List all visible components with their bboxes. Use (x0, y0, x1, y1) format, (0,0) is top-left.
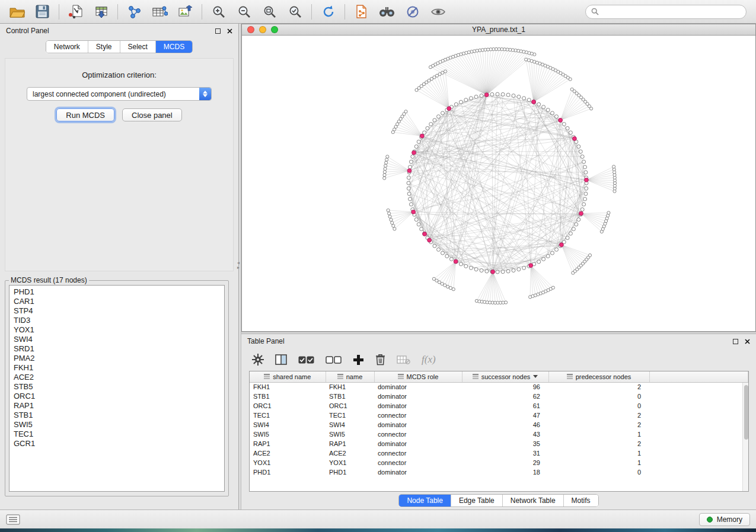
mcds-node-item[interactable]: SWI4 (9, 335, 224, 344)
mcds-result-list[interactable]: PHD1CAR1STP4TID3YOX1SWI4SRD1PMA2FKH1ACE2… (9, 285, 225, 492)
graph-dominator-node[interactable] (529, 264, 533, 268)
graph-node[interactable] (407, 187, 410, 190)
graph-leaf-node[interactable] (446, 285, 449, 288)
mcds-node-item[interactable]: CAR1 (9, 297, 224, 306)
graph-dominator-node[interactable] (484, 93, 489, 97)
graph-node[interactable] (407, 181, 410, 185)
graph-node[interactable] (522, 266, 526, 270)
graph-leaf-node[interactable] (383, 174, 386, 177)
graph-node[interactable] (542, 257, 546, 261)
graph-dominator-node[interactable] (585, 178, 589, 182)
export-image-button[interactable] (173, 2, 197, 21)
graph-node[interactable] (577, 145, 580, 148)
import-network-button[interactable] (63, 2, 88, 21)
graph-node[interactable] (454, 102, 458, 106)
graph-node[interactable] (496, 92, 499, 96)
eye-button[interactable] (426, 2, 450, 21)
graph-node[interactable] (555, 115, 559, 118)
graph-node[interactable] (480, 94, 483, 98)
graph-node[interactable] (583, 197, 587, 201)
graph-node[interactable] (537, 260, 541, 264)
graph-dominator-node[interactable] (407, 169, 412, 173)
vertical-splitter[interactable]: ◂▸ (239, 24, 241, 509)
graph-node[interactable] (517, 95, 521, 98)
graph-leaf-node[interactable] (388, 215, 391, 218)
tab-node-table[interactable]: Node Table (399, 495, 451, 507)
graph-leaf-node[interactable] (570, 88, 573, 91)
graph-leaf-node[interactable] (525, 58, 528, 61)
graph-leaf-node[interactable] (386, 155, 389, 158)
panel-menu-button[interactable] (6, 514, 20, 525)
mcds-node-item[interactable]: STB5 (9, 382, 224, 392)
table-row[interactable]: ACE2ACE2connector311 (250, 448, 748, 458)
graph-node[interactable] (445, 254, 449, 258)
splitter-collapse-icon[interactable]: ◂▸ (237, 261, 240, 270)
table-row[interactable]: PHD1PHD1dominator180 (250, 467, 748, 477)
graph-node[interactable] (584, 171, 588, 174)
graph-node[interactable] (517, 268, 521, 271)
graph-node[interactable] (566, 127, 569, 130)
graph-leaf-node[interactable] (393, 227, 396, 230)
graph-node[interactable] (420, 227, 423, 231)
graph-dominator-node[interactable] (579, 211, 583, 216)
graph-node[interactable] (579, 150, 582, 153)
graph-leaf-node[interactable] (383, 171, 386, 174)
column-header-mcds-role[interactable]: MCDS role (374, 371, 462, 382)
graph-node[interactable] (426, 127, 429, 130)
mcds-node-item[interactable]: TID3 (9, 316, 224, 325)
graph-node[interactable] (469, 97, 473, 100)
graph-dominator-node[interactable] (454, 259, 458, 264)
graph-dominator-node[interactable] (532, 100, 536, 104)
add-column-button[interactable] (353, 354, 364, 366)
graph-node[interactable] (417, 140, 420, 143)
graph-node[interactable] (407, 192, 411, 196)
graph-node[interactable] (469, 266, 473, 270)
graph-leaf-node[interactable] (385, 161, 388, 164)
graph-dominator-node[interactable] (428, 238, 432, 242)
graph-node[interactable] (582, 160, 586, 164)
graph-node[interactable] (580, 208, 584, 211)
graph-leaf-node[interactable] (391, 222, 394, 225)
graph-leaf-node[interactable] (415, 88, 418, 91)
graph-leaf-node[interactable] (387, 209, 390, 211)
graph-node[interactable] (409, 203, 413, 206)
scrollbar-thumb[interactable] (744, 385, 748, 440)
graph-node[interactable] (569, 131, 572, 134)
tab-motifs[interactable]: Motifs (564, 495, 598, 507)
graph-node[interactable] (474, 95, 478, 98)
graph-node[interactable] (580, 155, 584, 158)
memory-button[interactable]: Memory (699, 513, 750, 526)
network-titlebar[interactable]: YPA_prune.txt_1 (242, 24, 755, 36)
table-row[interactable]: RAP1RAP1dominator352 (250, 439, 748, 448)
graph-dominator-node[interactable] (412, 150, 416, 155)
search-field[interactable] (585, 5, 747, 19)
run-mcds-button[interactable]: Run MCDS (56, 108, 114, 121)
graph-node[interactable] (496, 270, 499, 274)
graph-leaf-node[interactable] (588, 254, 591, 257)
graph-node[interactable] (546, 108, 550, 112)
graph-node[interactable] (527, 98, 531, 102)
close-panel-icon[interactable] (745, 339, 750, 344)
graph-node[interactable] (429, 123, 433, 126)
graph-node[interactable] (506, 270, 510, 273)
graph-node[interactable] (437, 115, 441, 118)
import-table-button[interactable] (89, 2, 113, 21)
graph-dominator-node[interactable] (423, 232, 427, 236)
graph-leaf-node[interactable] (449, 287, 452, 290)
graph-node[interactable] (485, 270, 489, 273)
graph-node[interactable] (449, 257, 453, 261)
tab-select[interactable]: Select (120, 41, 156, 53)
zoom-fit-button[interactable] (257, 2, 282, 21)
mcds-node-item[interactable]: STB1 (9, 411, 224, 420)
graph-node[interactable] (575, 223, 578, 226)
graph-node[interactable] (423, 131, 426, 134)
column-header-name[interactable]: name (326, 371, 374, 382)
graph-node[interactable] (551, 111, 554, 115)
tab-mcds[interactable]: MCDS (156, 41, 192, 53)
document-share-button[interactable] (349, 2, 374, 21)
graph-node[interactable] (569, 232, 572, 235)
graph-node[interactable] (409, 160, 413, 164)
slash-circle-button[interactable] (400, 2, 425, 21)
graph-node[interactable] (512, 94, 515, 98)
show-columns-button[interactable] (275, 354, 287, 365)
